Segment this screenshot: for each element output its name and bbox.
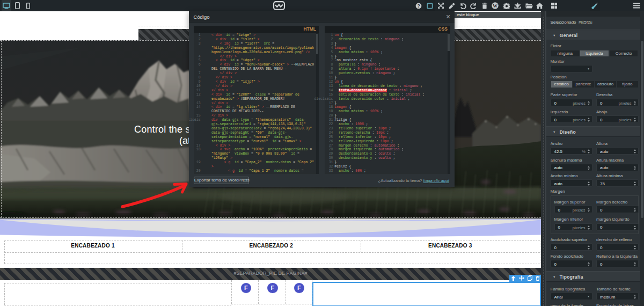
- svg-text:?: ?: [417, 3, 420, 8]
- svg-text:W: W: [493, 3, 497, 9]
